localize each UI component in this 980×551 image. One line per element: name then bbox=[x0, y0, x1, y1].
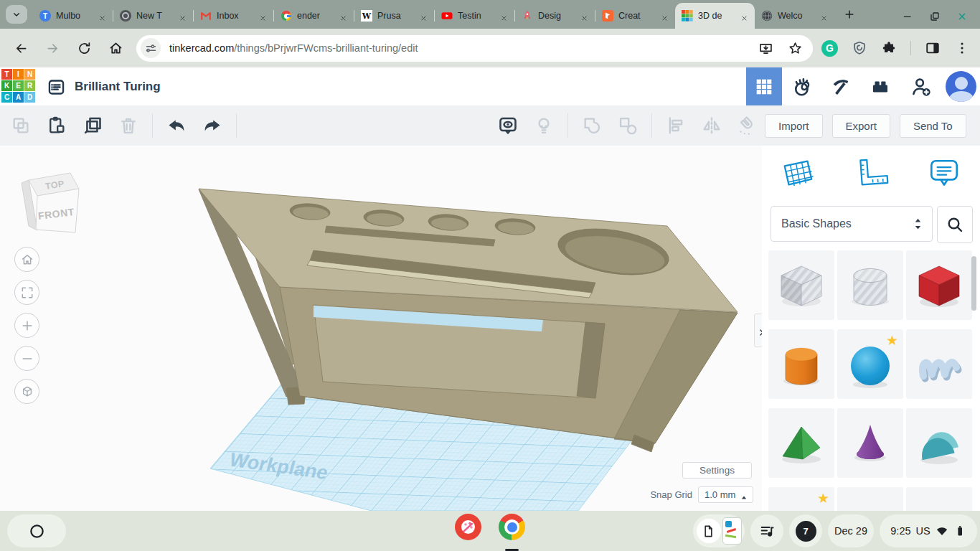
fit-view-button[interactable] bbox=[14, 280, 39, 305]
view-home-button[interactable] bbox=[14, 247, 39, 272]
ungroup-button[interactable] bbox=[616, 113, 640, 138]
shield-extension-icon[interactable] bbox=[852, 40, 867, 56]
copy-button[interactable] bbox=[9, 113, 33, 138]
favorite-star-icon[interactable]: ★ bbox=[886, 334, 898, 347]
favorite-star-icon[interactable]: ★ bbox=[817, 491, 829, 505]
site-info-button[interactable] bbox=[141, 38, 161, 58]
browser-tab-prusa[interactable]: WPrusa bbox=[354, 3, 434, 29]
browser-tab-new-t[interactable]: New T bbox=[113, 3, 193, 29]
browser-tab-creat[interactable]: Creat bbox=[595, 3, 675, 29]
browser-tab-mulbo[interactable]: TMulbo bbox=[33, 3, 113, 29]
view-cube[interactable]: TOP FRONT bbox=[13, 159, 85, 237]
group-button[interactable] bbox=[580, 113, 604, 138]
browser-tab-inbox[interactable]: Inbox bbox=[194, 3, 273, 29]
settings-button[interactable]: Settings bbox=[682, 462, 752, 479]
brick-export-button[interactable] bbox=[864, 75, 896, 99]
shape-search-button[interactable] bbox=[937, 206, 973, 243]
shape-tile-cylinder[interactable] bbox=[768, 329, 834, 399]
reload-button[interactable] bbox=[73, 37, 95, 59]
zoom-out-button[interactable] bbox=[14, 346, 39, 371]
tab-close-button[interactable] bbox=[498, 10, 509, 22]
notes-tool-button[interactable] bbox=[925, 156, 963, 193]
minimize-button[interactable] bbox=[900, 9, 915, 24]
paste-button[interactable] bbox=[44, 113, 69, 138]
tab-close-button[interactable] bbox=[578, 10, 590, 22]
close-window-button[interactable] bbox=[954, 9, 970, 24]
tab-close-button[interactable] bbox=[96, 10, 108, 22]
tab-close-button[interactable] bbox=[176, 10, 188, 22]
install-app-icon[interactable] bbox=[758, 41, 773, 56]
tips-button[interactable] bbox=[532, 113, 556, 138]
browser-menu-button[interactable] bbox=[954, 40, 970, 56]
browser-tab-desig[interactable]: Desig bbox=[515, 3, 595, 29]
new-tab-button[interactable] bbox=[840, 4, 860, 24]
tab-close-button[interactable] bbox=[659, 10, 670, 22]
align-button[interactable] bbox=[664, 113, 688, 138]
import-button[interactable]: Import bbox=[765, 114, 823, 138]
screenshot-thumbnail[interactable] bbox=[722, 517, 742, 545]
media-queue-button[interactable] bbox=[750, 514, 783, 547]
workplane-magnet-button[interactable] bbox=[735, 113, 760, 138]
minecraft-export-button[interactable] bbox=[824, 75, 856, 99]
home-button[interactable] bbox=[105, 37, 126, 59]
zoom-in-button[interactable] bbox=[14, 313, 39, 338]
tinkercad-logo[interactable]: TINKERCAD bbox=[1, 69, 37, 104]
ruler-tool-button[interactable] bbox=[852, 156, 890, 193]
3d-scene[interactable]: Workplane bbox=[0, 146, 762, 511]
shape-tile-scribble[interactable] bbox=[906, 329, 972, 399]
shape-tile-sphere[interactable]: ★ bbox=[837, 329, 903, 399]
shape-tile-transparent-box[interactable] bbox=[768, 250, 834, 320]
tab-close-button[interactable] bbox=[337, 10, 349, 22]
panel-scrollbar[interactable] bbox=[971, 256, 976, 311]
shape-tile-partial[interactable] bbox=[837, 487, 903, 511]
notification-counter[interactable]: 7 bbox=[789, 514, 822, 547]
workplane-tool-button[interactable] bbox=[779, 156, 816, 193]
mode-3d-design-button[interactable] bbox=[746, 67, 782, 105]
grammarly-extension-icon[interactable]: G bbox=[821, 40, 838, 57]
design-title[interactable]: Brilliant Turing bbox=[75, 67, 161, 105]
tab-close-button[interactable] bbox=[418, 10, 429, 22]
extensions-puzzle-icon[interactable] bbox=[881, 40, 897, 56]
redo-button[interactable] bbox=[200, 113, 225, 138]
browser-tab-ender[interactable]: ender bbox=[274, 3, 354, 29]
canvas-app-icon[interactable] bbox=[455, 514, 481, 540]
browser-tab-3d-de[interactable]: 3D de bbox=[675, 3, 755, 29]
back-button[interactable] bbox=[10, 37, 32, 59]
undo-button[interactable] bbox=[164, 113, 189, 138]
export-button[interactable]: Export bbox=[832, 114, 890, 138]
shape-tile-partial[interactable]: ★ bbox=[768, 487, 834, 511]
shape-tile-partial[interactable] bbox=[906, 487, 972, 511]
browser-tab-testin[interactable]: Testin bbox=[435, 3, 514, 29]
show-notes-button[interactable] bbox=[496, 113, 520, 138]
shape-tile-cone[interactable] bbox=[837, 408, 903, 478]
shape-tile-round-roof[interactable] bbox=[906, 408, 972, 478]
url-text[interactable]: tinkercad.com/things/bPrjwrFWcms-brillia… bbox=[169, 42, 418, 54]
bookmark-icon[interactable] bbox=[788, 41, 803, 56]
tab-search-button[interactable] bbox=[6, 5, 27, 24]
status-area[interactable]: 9:25 US bbox=[880, 514, 977, 547]
side-panel-button[interactable] bbox=[925, 40, 941, 56]
perspective-toggle-button[interactable] bbox=[14, 379, 39, 404]
browser-tab-welco[interactable]: Welco bbox=[755, 3, 834, 29]
design-properties-button[interactable] bbox=[44, 75, 67, 98]
viewport[interactable]: Workplane bbox=[0, 146, 762, 511]
shape-category-dropdown[interactable]: Basic Shapes bbox=[771, 206, 933, 242]
date-button[interactable]: Dec 29 bbox=[828, 514, 874, 547]
mirror-button[interactable] bbox=[699, 113, 724, 138]
address-bar[interactable]: tinkercad.com/things/bPrjwrFWcms-brillia… bbox=[136, 35, 813, 62]
launcher-button[interactable] bbox=[7, 514, 66, 547]
shape-tile-box[interactable] bbox=[906, 250, 972, 320]
screen-capture-button[interactable] bbox=[693, 514, 745, 547]
sim-lab-button[interactable] bbox=[786, 75, 818, 99]
send-to-button[interactable]: Send To bbox=[900, 114, 966, 138]
chrome-app-icon[interactable] bbox=[499, 514, 525, 540]
restore-button[interactable] bbox=[927, 9, 943, 24]
forward-button[interactable] bbox=[42, 37, 63, 59]
tab-close-button[interactable] bbox=[818, 10, 829, 22]
invite-button[interactable] bbox=[905, 75, 937, 99]
tab-close-button[interactable] bbox=[257, 10, 268, 22]
tab-close-button[interactable] bbox=[738, 10, 750, 22]
shape-tile-roof[interactable] bbox=[768, 408, 834, 478]
duplicate-button[interactable] bbox=[80, 113, 105, 138]
account-avatar[interactable] bbox=[946, 71, 976, 102]
